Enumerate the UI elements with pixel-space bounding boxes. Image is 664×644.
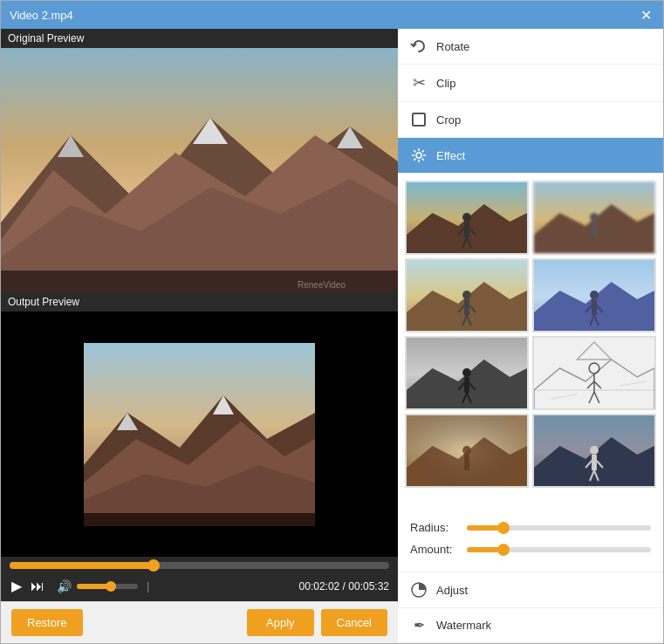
volume-icon: 🔊 xyxy=(57,579,72,593)
svg-point-28 xyxy=(462,213,471,222)
app-window: Video 2.mp4 ✕ Original Preview xyxy=(0,0,664,644)
svg-rect-16 xyxy=(413,113,425,126)
rotate-label: Rotate xyxy=(436,40,469,53)
effect-bw[interactable] xyxy=(405,336,529,410)
amount-thumb[interactable] xyxy=(497,544,510,556)
output-video-frame xyxy=(84,343,315,526)
radius-thumb[interactable] xyxy=(497,522,510,534)
crop-icon xyxy=(410,111,428,128)
svg-line-23 xyxy=(422,159,424,161)
radius-slider[interactable] xyxy=(467,525,651,531)
svg-point-36 xyxy=(590,213,599,222)
menu-item-watermark[interactable]: ✒ Watermark xyxy=(398,608,663,643)
amount-label: Amount: xyxy=(410,543,458,556)
left-panel: Original Preview xyxy=(1,29,398,643)
original-preview: ReneeVideo xyxy=(1,48,398,292)
svg-line-25 xyxy=(414,159,415,161)
svg-point-81 xyxy=(590,446,599,455)
clip-label: Clip xyxy=(436,77,455,90)
time-display: 00:02:02 / 00:05:32 xyxy=(299,580,389,593)
slider-section: Radius: Amount: xyxy=(398,514,663,572)
menu-item-clip[interactable]: ✂ Clip xyxy=(398,65,663,102)
svg-point-56 xyxy=(462,368,471,377)
svg-point-48 xyxy=(590,291,599,299)
original-preview-label: Original Preview xyxy=(1,29,398,48)
adjust-label: Adjust xyxy=(436,584,468,597)
rotate-icon xyxy=(410,38,428,55)
crop-label: Crop xyxy=(436,113,461,127)
effect-cool[interactable] xyxy=(532,258,656,332)
effects-section xyxy=(398,174,663,514)
watermark-label: Watermark xyxy=(436,619,491,632)
next-frame-button[interactable]: ⏭ xyxy=(29,577,46,596)
svg-line-22 xyxy=(414,150,415,152)
watermark-icon: ✒ xyxy=(410,617,428,634)
bottom-bar: Restore Apply Cancel xyxy=(1,601,398,643)
volume-slider[interactable] xyxy=(77,584,138,589)
amount-row: Amount: xyxy=(410,543,651,556)
svg-rect-57 xyxy=(464,377,469,393)
svg-rect-41 xyxy=(464,299,469,315)
effect-sketch[interactable] xyxy=(532,336,656,410)
svg-rect-15 xyxy=(84,513,315,526)
effects-grid xyxy=(405,181,656,488)
svg-text:ReneeVideo: ReneeVideo xyxy=(298,280,346,290)
adjust-icon xyxy=(410,581,428,599)
apply-button[interactable]: Apply xyxy=(247,609,314,636)
title-bar: Video 2.mp4 ✕ xyxy=(1,1,663,29)
playback-row: ▶ ⏭ 🔊 | 00:02:02 / 00:05:32 xyxy=(10,576,389,596)
play-button[interactable]: ▶ xyxy=(10,576,24,596)
svg-rect-49 xyxy=(592,299,597,315)
cancel-button[interactable]: Cancel xyxy=(321,609,387,636)
original-video-frame: ReneeVideo xyxy=(1,48,398,292)
svg-point-77 xyxy=(462,446,471,455)
effect-vintage[interactable] xyxy=(405,414,529,488)
controls-area: ▶ ⏭ 🔊 | 00:02:02 / 00:05:32 xyxy=(1,557,398,601)
output-preview xyxy=(1,312,398,557)
menu-item-crop[interactable]: Crop xyxy=(398,102,663,138)
main-content: Original Preview xyxy=(1,29,663,643)
amount-slider[interactable] xyxy=(467,547,651,552)
progress-thumb[interactable] xyxy=(147,559,160,572)
output-preview-label: Output Preview xyxy=(1,292,398,312)
current-time: 00:02:02 xyxy=(299,580,340,593)
action-buttons: Apply Cancel xyxy=(247,609,387,636)
effect-dark[interactable] xyxy=(532,414,656,488)
svg-point-17 xyxy=(416,153,421,158)
svg-rect-29 xyxy=(464,222,469,237)
effect-normal[interactable] xyxy=(405,181,529,255)
time-divider: | xyxy=(147,579,149,593)
right-panel: Rotate ✂ Clip Crop xyxy=(398,29,663,643)
restore-button[interactable]: Restore xyxy=(11,609,83,636)
effect-blur[interactable] xyxy=(532,181,656,255)
menu-item-effect[interactable]: Effect xyxy=(398,138,663,174)
effect-icon xyxy=(410,147,428,164)
effect-label: Effect xyxy=(436,149,465,162)
svg-rect-78 xyxy=(464,455,469,470)
svg-point-40 xyxy=(462,291,471,299)
menu-list: Rotate ✂ Clip Crop xyxy=(398,29,663,174)
close-button[interactable]: ✕ xyxy=(637,6,654,24)
menu-item-rotate[interactable]: Rotate xyxy=(398,29,663,65)
menu-item-adjust[interactable]: Adjust xyxy=(398,572,663,608)
bottom-menu: Adjust ✒ Watermark xyxy=(398,572,663,643)
progress-bar[interactable] xyxy=(10,562,389,569)
effect-warm[interactable] xyxy=(405,258,529,332)
clip-icon: ✂ xyxy=(410,73,428,92)
svg-rect-82 xyxy=(592,455,597,470)
volume-thumb[interactable] xyxy=(106,581,116,592)
total-time: 00:05:32 xyxy=(348,580,389,593)
progress-fill xyxy=(10,562,154,569)
svg-rect-37 xyxy=(592,222,597,237)
radius-label: Radius: xyxy=(410,521,458,534)
svg-line-24 xyxy=(422,150,424,152)
radius-row: Radius: xyxy=(410,521,651,534)
window-title: Video 2.mp4 xyxy=(10,9,73,22)
